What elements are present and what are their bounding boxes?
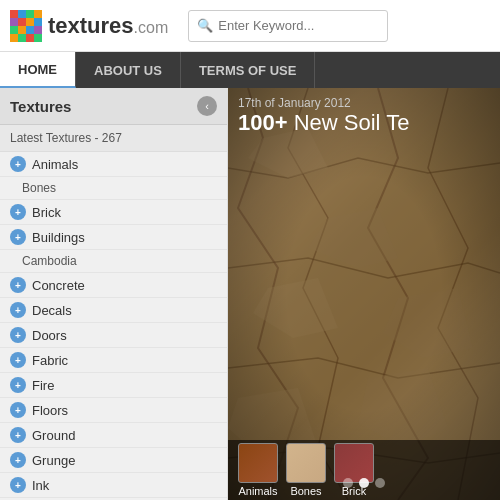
svg-rect-12 bbox=[10, 34, 18, 42]
expand-icon: + bbox=[10, 156, 26, 172]
sidebar-item-concrete[interactable]: + Concrete bbox=[0, 273, 227, 298]
expand-icon: + bbox=[10, 277, 26, 293]
thumb-label-animals: Animals bbox=[238, 485, 277, 497]
thumb-image-animals bbox=[238, 443, 278, 483]
sidebar-item-label: Grunge bbox=[32, 453, 75, 468]
svg-rect-9 bbox=[18, 26, 26, 34]
title-prefix: 100+ bbox=[238, 110, 288, 135]
content-area: 17th of January 2012 100+ New Soil Te An… bbox=[228, 88, 500, 500]
carousel-dot-1[interactable] bbox=[343, 478, 353, 488]
logo-area: textures.com bbox=[10, 10, 168, 42]
svg-rect-2 bbox=[26, 10, 34, 18]
sidebar-item-buildings[interactable]: + Buildings bbox=[0, 225, 227, 250]
thumbnail-animals[interactable]: Animals bbox=[238, 443, 278, 497]
svg-rect-0 bbox=[10, 10, 18, 18]
expand-icon: + bbox=[10, 204, 26, 220]
sidebar-item-label: Buildings bbox=[32, 230, 85, 245]
expand-icon: + bbox=[10, 327, 26, 343]
sidebar-sub-label: Cambodia bbox=[22, 254, 77, 268]
sidebar-item-label: Ink bbox=[32, 478, 49, 493]
title-main: New Soil Te bbox=[294, 110, 410, 135]
search-input[interactable] bbox=[218, 18, 379, 33]
svg-rect-8 bbox=[10, 26, 18, 34]
sidebar-item-animals[interactable]: + Animals bbox=[0, 152, 227, 177]
thumb-label-bones: Bones bbox=[290, 485, 321, 497]
arrow-left-icon: ‹ bbox=[205, 100, 209, 112]
thumb-image-bones bbox=[286, 443, 326, 483]
nav-item-terms[interactable]: TERMS OF USE bbox=[181, 52, 316, 88]
svg-rect-4 bbox=[10, 18, 18, 26]
sidebar-item-label: Fabric bbox=[32, 353, 68, 368]
sidebar-latest-label: Latest Textures - 267 bbox=[0, 125, 227, 152]
logo-text: textures.com bbox=[48, 13, 168, 39]
svg-rect-14 bbox=[26, 34, 34, 42]
expand-icon: + bbox=[10, 402, 26, 418]
content-title: 100+ New Soil Te bbox=[238, 110, 409, 136]
sidebar-item-label: Brick bbox=[32, 205, 61, 220]
vignette-overlay bbox=[228, 88, 500, 500]
sidebar-item-label: Decals bbox=[32, 303, 72, 318]
expand-icon: + bbox=[10, 302, 26, 318]
svg-rect-1 bbox=[18, 10, 26, 18]
expand-icon: + bbox=[10, 427, 26, 443]
sidebar-item-grunge[interactable]: + Grunge bbox=[0, 448, 227, 473]
svg-rect-11 bbox=[34, 26, 42, 34]
sidebar-item-label: Ground bbox=[32, 428, 75, 443]
expand-icon: + bbox=[10, 477, 26, 493]
sidebar-item-bones[interactable]: Bones bbox=[0, 177, 227, 200]
thumbnail-brick[interactable]: Brick bbox=[334, 443, 374, 497]
carousel-dots bbox=[343, 478, 385, 488]
svg-rect-5 bbox=[18, 18, 26, 26]
carousel-dot-2[interactable] bbox=[359, 478, 369, 488]
svg-rect-13 bbox=[18, 34, 26, 42]
search-bar[interactable]: 🔍 bbox=[188, 10, 388, 42]
search-icon: 🔍 bbox=[197, 18, 213, 33]
svg-rect-6 bbox=[26, 18, 34, 26]
expand-icon: + bbox=[10, 229, 26, 245]
svg-rect-3 bbox=[34, 10, 42, 18]
nav-item-about[interactable]: ABOUT US bbox=[76, 52, 181, 88]
sidebar-item-doors[interactable]: + Doors bbox=[0, 323, 227, 348]
main-content: Textures ‹ Latest Textures - 267 + Anima… bbox=[0, 88, 500, 500]
sidebar-item-ground[interactable]: + Ground bbox=[0, 423, 227, 448]
sidebar-header: Textures ‹ bbox=[0, 88, 227, 125]
content-date: 17th of January 2012 bbox=[238, 96, 351, 110]
sidebar-item-label: Fire bbox=[32, 378, 54, 393]
sidebar-item-fabric[interactable]: + Fabric bbox=[0, 348, 227, 373]
logo-domain: .com bbox=[134, 19, 169, 36]
thumbnail-bar: Animals Bones Brick bbox=[228, 440, 500, 500]
thumb-image-brick bbox=[334, 443, 374, 483]
carousel-dot-3[interactable] bbox=[375, 478, 385, 488]
expand-icon: + bbox=[10, 377, 26, 393]
sidebar-item-label: Concrete bbox=[32, 278, 85, 293]
svg-rect-7 bbox=[34, 18, 42, 26]
sidebar-item-brick[interactable]: + Brick bbox=[0, 200, 227, 225]
svg-rect-15 bbox=[34, 34, 42, 42]
nav-item-home[interactable]: HOME bbox=[0, 52, 76, 88]
sidebar-item-ink[interactable]: + Ink bbox=[0, 473, 227, 498]
svg-rect-10 bbox=[26, 26, 34, 34]
logo-icon bbox=[10, 10, 42, 42]
header: textures.com 🔍 bbox=[0, 0, 500, 52]
nav-bar: HOME ABOUT US TERMS OF USE bbox=[0, 52, 500, 88]
sidebar-item-decals[interactable]: + Decals bbox=[0, 298, 227, 323]
thumbnail-bones[interactable]: Bones bbox=[286, 443, 326, 497]
expand-icon: + bbox=[10, 452, 26, 468]
sidebar-title: Textures bbox=[10, 98, 71, 115]
expand-icon: + bbox=[10, 352, 26, 368]
sidebar-item-fire[interactable]: + Fire bbox=[0, 373, 227, 398]
sidebar-item-cambodia[interactable]: Cambodia bbox=[0, 250, 227, 273]
sidebar-item-floors[interactable]: + Floors bbox=[0, 398, 227, 423]
sidebar: Textures ‹ Latest Textures - 267 + Anima… bbox=[0, 88, 228, 500]
hero-image: 17th of January 2012 100+ New Soil Te An… bbox=[228, 88, 500, 500]
sidebar-sub-label: Bones bbox=[22, 181, 56, 195]
sidebar-item-label: Doors bbox=[32, 328, 67, 343]
sidebar-item-label: Animals bbox=[32, 157, 78, 172]
sidebar-collapse-button[interactable]: ‹ bbox=[197, 96, 217, 116]
sidebar-item-label: Floors bbox=[32, 403, 68, 418]
